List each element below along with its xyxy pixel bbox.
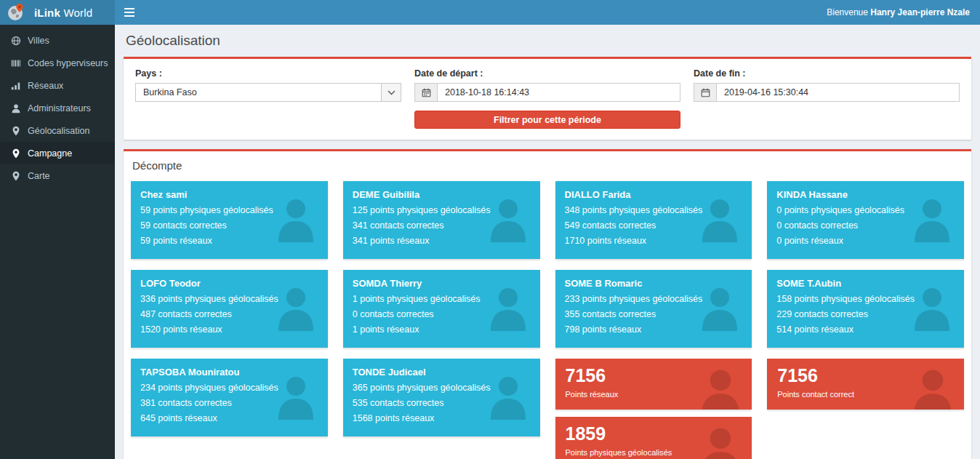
sidebar-item-label: Administrateurs [28, 103, 91, 113]
chevron-down-icon [381, 84, 401, 101]
agent-card: SOME B Romaric 233 points physiques géol… [555, 270, 752, 348]
agent-card: DEME Guibilila 125 points physiques géol… [343, 181, 540, 259]
agent-card: TAPSOBA Mouniratou 234 points physiques … [131, 359, 328, 436]
person-silhouette-icon [696, 423, 744, 459]
person-silhouette-icon [909, 364, 957, 410]
date-start-input[interactable] [437, 83, 680, 102]
sidebar-item-campagne[interactable]: Campagne [0, 142, 115, 164]
calendar-icon[interactable] [414, 83, 437, 102]
map-marker-icon [11, 148, 21, 159]
welcome-user-menu[interactable]: Bienvenue Hanry Jean-pierre Nzale [827, 7, 980, 17]
person-silhouette-icon [486, 194, 530, 242]
main-content: Géolocalisation Pays : Burkina Faso Date… [115, 25, 980, 459]
welcome-username: Hanry Jean-pierre Nzale [870, 7, 970, 17]
calendar-icon[interactable] [694, 83, 716, 102]
sidebar: Villes Codes hyperviseurs Réseaux Admini… [0, 25, 115, 459]
pays-label: Pays : [135, 68, 401, 79]
sidebar-toggle-hamburger-icon[interactable] [115, 0, 144, 25]
pays-selected-value: Burkina Faso [136, 84, 381, 101]
map-marker-icon [11, 171, 21, 181]
sidebar-item-geolocalisation[interactable]: Géolocalisation [0, 119, 115, 142]
total-card-points-contact: 7156 Points contact correct [767, 359, 964, 410]
person-silhouette-icon [696, 364, 744, 410]
app-title: iLink World [34, 7, 92, 19]
sidebar-item-label: Villes [28, 36, 49, 46]
totals-stack: 7156 Points réseaux 1859 Points physique… [555, 359, 752, 459]
agent-card: DIALLO Farida 348 points physiques géolo… [555, 181, 752, 259]
person-silhouette-icon [910, 194, 954, 242]
agent-cards-grid: Chez sami 59 points physiques géolocalis… [129, 181, 965, 459]
sidebar-item-label: Campagne [28, 148, 72, 159]
sidebar-item-villes[interactable]: Villes [0, 29, 115, 52]
filter-period-button[interactable]: Filtrer pour cette période [414, 111, 680, 129]
agent-card: KINDA Hassane 0 points physiques géoloca… [767, 181, 964, 259]
person-silhouette-icon [486, 372, 530, 420]
filter-field-date-end: Date de fin : [694, 68, 960, 129]
filter-field-date-start: Date de départ : Filtrer pour cette péri… [414, 68, 680, 129]
sidebar-item-label: Codes hyperviseurs [28, 58, 108, 68]
date-end-input[interactable] [716, 83, 960, 102]
sidebar-item-label: Carte [28, 171, 50, 181]
sidebar-item-reseaux[interactable]: Réseaux [0, 74, 115, 97]
sidebar-item-carte[interactable]: Carte [0, 164, 115, 187]
date-end-label: Date de fin : [694, 68, 960, 79]
sidebar-item-administrateurs[interactable]: Administrateurs [0, 97, 115, 119]
welcome-prefix: Bienvenue [827, 7, 870, 17]
decompte-title: Décompte [132, 159, 965, 172]
person-silhouette-icon [274, 194, 318, 242]
page-title: Géolocalisation [126, 33, 971, 49]
pays-select[interactable]: Burkina Faso [135, 83, 401, 102]
person-silhouette-icon [698, 194, 742, 242]
person-silhouette-icon [486, 283, 530, 331]
map-marker-icon [11, 126, 21, 136]
user-icon [11, 103, 21, 113]
agent-card: SOMDA Thierry 1 points physiques géoloca… [343, 270, 540, 348]
agent-card: Chez sami 59 points physiques géolocalis… [131, 181, 328, 259]
sidebar-item-label: Géolocalisation [28, 126, 89, 136]
agent-card: LOFO Teodor 336 points physiques géoloca… [131, 270, 328, 348]
sidebar-item-label: Réseaux [28, 81, 63, 91]
filter-box: Pays : Burkina Faso Date de départ : Fil… [124, 57, 971, 140]
sidebar-item-codes-hyperviseurs[interactable]: Codes hyperviseurs [0, 52, 115, 74]
globe-icon [11, 36, 21, 46]
decompte-box: Décompte Chez sami 59 points physiques g… [124, 149, 971, 459]
person-silhouette-icon [274, 283, 318, 331]
top-navbar: Bienvenue Hanry Jean-pierre Nzale [115, 0, 980, 25]
total-card-points-physiques: 1859 Points physiques géolocalisés [555, 417, 752, 459]
person-silhouette-icon [910, 283, 954, 331]
app-logo-globe-pin-icon [7, 3, 25, 22]
signal-bars-icon [11, 81, 21, 91]
total-card-points-reseaux: 7156 Points réseaux [555, 359, 752, 410]
barcode-icon [11, 58, 21, 68]
person-silhouette-icon [274, 372, 318, 420]
date-start-label: Date de départ : [414, 68, 680, 79]
agent-card: TONDE Judicael 365 points physiques géol… [343, 359, 540, 436]
agent-card: SOME T.Aubin 158 points physiques géoloc… [767, 270, 964, 348]
filter-field-pays: Pays : Burkina Faso [135, 68, 401, 129]
person-silhouette-icon [698, 283, 742, 331]
brand-bar: iLink World [0, 0, 115, 25]
